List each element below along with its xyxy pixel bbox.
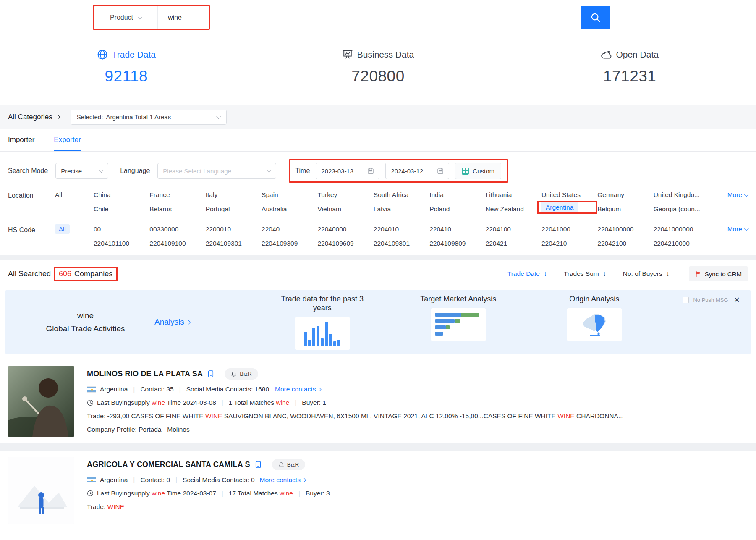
company-photo[interactable] <box>8 457 74 524</box>
filter-option[interactable]: 220421 <box>486 240 541 247</box>
more-contacts-link[interactable]: More contacts <box>260 476 306 484</box>
banner-card-trade-history[interactable]: Trade data for the past 3 years <box>279 295 366 350</box>
date-to-input[interactable]: 2024-03-12 <box>385 163 449 179</box>
filter-option[interactable]: 2204109100 <box>149 240 205 247</box>
contact-device-icon[interactable] <box>208 370 214 377</box>
filter-option[interactable]: 2204100 <box>486 225 541 233</box>
company-info: AGRICOLA Y COMERCIAL SANTA CAMILA S BizR… <box>87 457 330 524</box>
filter-option[interactable]: Turkey <box>317 191 373 199</box>
company-name[interactable]: MOLINOS RIO DE LA PLATA SA <box>87 370 203 378</box>
tab-exporter[interactable]: Exporter <box>54 129 81 151</box>
filter-option[interactable]: 2204109609 <box>317 240 373 247</box>
language-select[interactable]: Please Select Language <box>157 163 276 179</box>
filter-option[interactable]: United Kingdo... <box>654 191 709 199</box>
hscode-more-link[interactable]: More <box>727 225 748 233</box>
custom-range-button[interactable]: Custom <box>455 163 501 179</box>
company-country: Argentina <box>100 476 128 484</box>
filter-option[interactable]: 22040 <box>262 225 317 233</box>
sort-trade-date[interactable]: Trade Date↓ <box>507 270 547 278</box>
filter-option[interactable]: Poland <box>429 205 485 214</box>
filter-option[interactable]: 22042100 <box>597 240 653 247</box>
filter-option[interactable]: South Africa <box>374 191 429 199</box>
filter-option[interactable]: India <box>429 191 485 199</box>
filter-option[interactable]: 2204100000 <box>597 225 653 233</box>
date-from-input[interactable]: 2023-03-13 <box>316 163 379 179</box>
argentina-flag-icon <box>87 386 96 393</box>
hs-all-option[interactable]: All <box>55 224 70 234</box>
filter-option[interactable]: Belarus <box>149 205 205 214</box>
trade-data-search-page: Product Trade Data <box>0 0 756 540</box>
selected-areas-dropdown[interactable]: Selected: Argentina Total 1 Areas <box>71 110 227 125</box>
filter-option[interactable]: 22041000000 <box>654 225 709 233</box>
filter-option[interactable]: Italy <box>206 191 262 199</box>
filter-option[interactable]: Georgia (coun... <box>654 205 709 214</box>
banner-card-target-market[interactable]: Target Market Analysis <box>415 295 502 350</box>
filter-option[interactable]: 00330000 <box>149 225 205 233</box>
location-options-row2: ChileBelarusPortugalAustraliaVietnamLatv… <box>94 205 709 214</box>
search-input[interactable] <box>158 6 581 29</box>
analysis-link[interactable]: Analysis <box>154 317 190 327</box>
company-name[interactable]: AGRICOLA Y COMERCIAL SANTA CAMILA S <box>87 460 250 469</box>
buyer-count: 3 <box>326 490 330 497</box>
tab-importer[interactable]: Importer <box>8 129 34 151</box>
filter-option[interactable]: 22040000 <box>317 225 373 233</box>
no-push-checkbox[interactable] <box>683 297 689 303</box>
filter-option[interactable]: Spain <box>262 191 317 199</box>
filter-option[interactable]: 2204210 <box>541 240 597 247</box>
filter-option[interactable]: France <box>149 191 205 199</box>
stat-trade-data: Trade Data 92118 <box>0 49 252 85</box>
contact-device-icon[interactable] <box>255 461 261 468</box>
filter-option[interactable]: 00 <box>94 225 149 233</box>
banner-card-origin[interactable]: Origin Analysis <box>551 295 638 350</box>
filter-option[interactable]: Vietnam <box>317 205 373 214</box>
filter-option[interactable]: 2204109309 <box>262 240 317 247</box>
filter-option[interactable]: 2204210000 <box>654 240 709 247</box>
bell-icon <box>278 462 284 468</box>
filter-option[interactable]: Argentina <box>541 202 578 212</box>
search-category-select[interactable]: Product <box>94 6 158 29</box>
all-categories-button[interactable]: All Categories <box>8 113 60 121</box>
location-label: Location <box>8 191 55 199</box>
buyer-label: Buyer: <box>306 490 324 497</box>
sort-arrow-icon: ↓ <box>666 270 670 278</box>
company-photo[interactable] <box>8 366 74 437</box>
clock-icon <box>87 399 94 406</box>
sync-to-crm-button[interactable]: Sync to CRM <box>689 266 748 281</box>
contact-count: 35 <box>166 385 173 393</box>
filter-option[interactable]: 22041000 <box>541 225 597 233</box>
filter-option[interactable]: Belgium <box>597 205 653 214</box>
filter-option[interactable]: 2204109809 <box>429 240 485 247</box>
sort-no-of-buyers[interactable]: No. of Buyers↓ <box>623 270 670 278</box>
last-activity-time: Time 2024-03-08 <box>167 399 216 406</box>
divider: | <box>179 385 181 393</box>
search-mode-select[interactable]: Precise <box>55 163 108 179</box>
filter-option[interactable]: Lithuania <box>486 191 541 199</box>
filter-option[interactable]: 2204010 <box>374 225 429 233</box>
filter-option[interactable]: Australia <box>262 205 317 214</box>
close-icon[interactable]: × <box>734 297 740 303</box>
filter-option[interactable]: 220410 <box>429 225 485 233</box>
filter-option[interactable]: 2200010 <box>206 225 262 233</box>
stat-value: 171231 <box>504 68 756 85</box>
filter-option[interactable]: 2204109301 <box>206 240 262 247</box>
hscode-options-row1: 0000330000220001022040220400002204010220… <box>94 225 709 233</box>
location-more-link[interactable]: More <box>727 191 748 199</box>
selected-value: Argentina Total 1 Areas <box>106 113 171 121</box>
filter-option[interactable]: 2204109801 <box>374 240 429 247</box>
filter-option[interactable]: China <box>94 191 149 199</box>
more-contacts-link[interactable]: More contacts <box>275 385 321 393</box>
location-all-option[interactable]: All <box>55 191 94 199</box>
filter-option[interactable]: New Zealand <box>486 205 541 214</box>
annotation-active-location: Argentina <box>537 201 597 214</box>
filter-option[interactable]: Chile <box>94 205 149 214</box>
filter-option[interactable]: United States <box>541 191 597 199</box>
search-button[interactable] <box>581 6 610 29</box>
filter-option[interactable]: Portugal <box>206 205 262 214</box>
filter-option[interactable]: Latvia <box>374 205 429 214</box>
filter-option[interactable]: 2204101100 <box>94 240 149 247</box>
divider: | <box>175 476 177 484</box>
bizr-badge: BizR <box>225 368 258 380</box>
sort-trades-sum[interactable]: Trades Sum↓ <box>564 270 606 278</box>
filter-option[interactable]: Germany <box>597 191 653 199</box>
annotation-company-count: 606 Companies <box>54 267 118 281</box>
